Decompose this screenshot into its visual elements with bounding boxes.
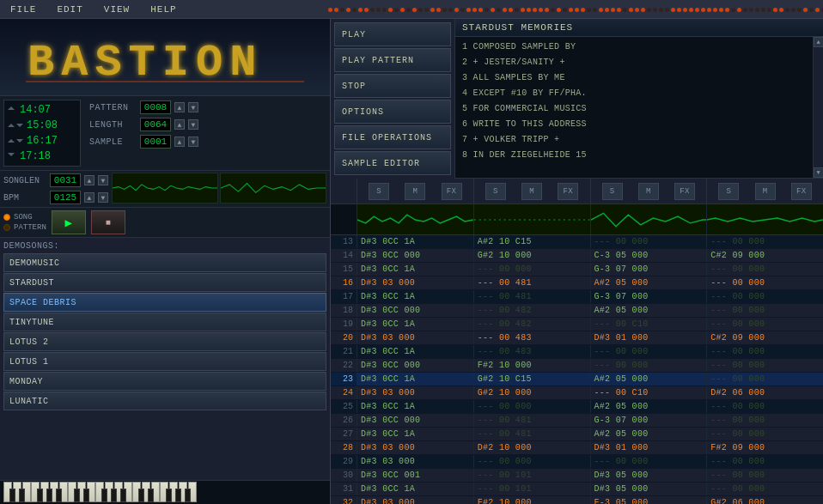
tracker-row[interactable]: 22D#3 0CC 000F#2 10 000--- 00 000--- 00 … — [331, 359, 823, 373]
ch1-s-btn[interactable]: S — [369, 183, 389, 200]
tracker-cell[interactable]: --- 00 481 — [473, 414, 590, 427]
tracker-cell[interactable]: --- 00 000 — [706, 263, 823, 276]
tracker-row[interactable]: 17D#3 0CC 1A--- 00 481G-3 07 000--- 00 0… — [331, 290, 823, 304]
tracker-cell[interactable]: --- 00 000 — [590, 359, 707, 372]
tracker-cell[interactable]: A#2 05 000 — [590, 400, 707, 413]
menu-edit[interactable]: EDIT — [53, 3, 86, 16]
song-item-lotus-1[interactable]: LOTUS 1 — [3, 352, 326, 371]
tracker-cell[interactable]: --- 00 000 — [473, 400, 590, 413]
pattern-up[interactable]: ▲ — [174, 102, 185, 112]
stop-button[interactable]: ■ — [91, 210, 125, 234]
tracker-row[interactable]: 20D#3 03 000--- 00 483D#3 01 000C#2 09 0… — [331, 331, 823, 345]
tracker-cell[interactable]: --- 00 482 — [473, 304, 590, 317]
tracker-cell[interactable]: D#3 0CC 001 — [357, 469, 473, 482]
main-btn-play-pattern[interactable]: PLAY PATTERN — [334, 48, 451, 72]
sample-down[interactable]: ▼ — [188, 137, 198, 147]
black-key-0-5[interactable] — [56, 489, 62, 502]
tracker-cell[interactable]: --- 00 000 — [706, 373, 823, 386]
play-button[interactable]: ▶ — [52, 210, 86, 234]
tracker-cell[interactable]: --- 00 C10 — [590, 318, 707, 331]
tracker-cell[interactable]: G#2 06 000 — [706, 496, 823, 504]
tracker-cell[interactable]: G-3 07 000 — [590, 263, 707, 276]
tracker-cell[interactable]: --- 00 101 — [473, 483, 590, 495]
tracker-cell[interactable]: D#3 0CC 000 — [357, 304, 473, 317]
ch4-m-btn[interactable]: M — [755, 183, 776, 200]
tracker-cell[interactable]: C#2 09 000 — [706, 249, 823, 262]
tracker-cell[interactable]: D#3 03 000 — [357, 441, 473, 454]
tracker-cell[interactable]: --- 00 482 — [473, 318, 590, 331]
black-key-2-5[interactable] — [185, 489, 191, 502]
tracker-cell[interactable]: --- 00 481 — [473, 276, 590, 289]
black-key-0-1[interactable] — [19, 489, 25, 502]
ch2-m-btn[interactable]: M — [521, 183, 542, 200]
main-btn-file-operations[interactable]: FILE OPERATIONS — [334, 125, 451, 149]
tracker-cell[interactable]: D#3 0CC 1A — [357, 483, 473, 495]
songlen-down[interactable]: ▼ — [98, 175, 108, 185]
song-item-monday[interactable]: MONDAY — [3, 372, 326, 391]
tracker-cell[interactable]: D#3 03 000 — [357, 331, 473, 344]
tracker-cell[interactable]: --- 00 483 — [473, 331, 590, 344]
black-key-1-3[interactable] — [101, 489, 107, 502]
tracker-cell[interactable]: --- 00 481 — [473, 428, 590, 440]
song-item-demomusic[interactable]: DEMOMUSIC — [3, 253, 326, 272]
time-arrows-3[interactable] — [8, 139, 23, 143]
black-key-1-0[interactable] — [74, 489, 80, 502]
tracker-cell[interactable]: --- 00 000 — [590, 345, 707, 358]
tracker-cell[interactable]: --- 00 000 — [706, 469, 823, 482]
tracker-row[interactable]: 25D#3 0CC 1A--- 00 000A#2 05 000--- 00 0… — [331, 400, 823, 414]
tracker-cell[interactable]: D#3 01 000 — [590, 441, 707, 454]
tracker-cell[interactable]: D#3 0CC 1A — [357, 318, 473, 331]
tracker-cell[interactable]: --- 00 000 — [590, 235, 707, 248]
tracker-cell[interactable]: A#2 05 000 — [590, 304, 707, 317]
tracker-row[interactable]: 32D#3 03 000F#2 10 000F-3 05 000G#2 06 0… — [331, 496, 823, 504]
black-key-2-1[interactable] — [148, 489, 154, 502]
tracker-cell[interactable]: --- 00 000 — [706, 428, 823, 440]
tracker-row[interactable]: 24D#3 03 000G#2 10 000--- 00 C10D#2 06 0… — [331, 386, 823, 400]
tracker-cell[interactable]: --- 00 000 — [473, 455, 590, 468]
tracker-cell[interactable]: D#3 0CC 000 — [357, 414, 473, 427]
black-key-2-0[interactable] — [138, 489, 144, 502]
ch3-m-btn[interactable]: M — [638, 183, 659, 200]
tracker-cell[interactable]: D#3 0CC 1A — [357, 290, 473, 303]
tracker-row[interactable]: 14D#3 0CC 000G#2 10 000C-3 05 000C#2 09 … — [331, 249, 823, 263]
time-scroll-down-4[interactable] — [8, 153, 15, 160]
menu-view[interactable]: VIEW — [101, 3, 133, 16]
menu-file[interactable]: FILE — [7, 3, 40, 16]
tracker-cell[interactable]: A#2 05 000 — [590, 428, 707, 440]
ch1-fx-btn[interactable]: FX — [442, 183, 462, 200]
tracker-cell[interactable]: --- 00 C10 — [590, 386, 707, 399]
tracker-cell[interactable]: --- 00 000 — [706, 455, 823, 468]
tracker-row[interactable]: 30D#3 0CC 001--- 00 101D#3 05 000--- 00 … — [331, 469, 823, 483]
tracker-cell[interactable]: F-3 05 000 — [590, 496, 707, 504]
tracker-row[interactable]: 29D#3 03 000--- 00 000--- 00 000--- 00 0… — [331, 455, 823, 469]
tracker-cell[interactable]: --- 00 000 — [473, 263, 590, 276]
tracker-cell[interactable]: G#2 10 C15 — [473, 373, 590, 386]
tracker-cell[interactable]: G#2 10 000 — [473, 386, 590, 399]
main-btn-sample-editor[interactable]: SAMPLE EDITOR — [334, 151, 451, 175]
tracker-cell[interactable]: D#3 0CC 1A — [357, 345, 473, 358]
bpm-down[interactable]: ▼ — [98, 192, 108, 203]
tracker-cell[interactable]: A#2 10 C15 — [473, 235, 590, 248]
tracker-cell[interactable]: A#2 05 000 — [590, 276, 707, 289]
info-scroll-up[interactable]: ▲ — [814, 37, 824, 47]
ch1-m-btn[interactable]: M — [405, 183, 425, 200]
tracker-cell[interactable]: --- 00 000 — [706, 318, 823, 331]
tracker-cell[interactable]: G-3 07 000 — [590, 290, 707, 303]
length-up[interactable]: ▲ — [174, 119, 185, 130]
tracker-row[interactable]: 28D#3 03 000D#2 10 000D#3 01 000F#2 09 0… — [331, 441, 823, 455]
song-item-space-debris[interactable]: SPACE DEBRIS — [3, 293, 326, 312]
tracker-cell[interactable]: D#3 03 000 — [357, 276, 473, 289]
tracker-cell[interactable]: D#2 06 000 — [706, 386, 823, 399]
bpm-up[interactable]: ▲ — [84, 192, 94, 203]
ch4-s-btn[interactable]: S — [718, 183, 739, 200]
tracker-cell[interactable]: F#2 10 000 — [473, 359, 590, 372]
tracker-cell[interactable]: D#3 01 000 — [590, 331, 707, 344]
black-key-2-3[interactable] — [166, 489, 172, 502]
tracker-cell[interactable]: A#2 05 000 — [590, 373, 707, 386]
tracker-cell[interactable]: --- 00 000 — [706, 483, 823, 495]
time-scroll-up-1[interactable] — [8, 106, 15, 113]
tracker-cell[interactable]: --- 00 000 — [706, 414, 823, 427]
tracker-cell[interactable]: --- 00 000 — [590, 455, 707, 468]
menu-help[interactable]: HELP — [147, 3, 180, 16]
black-key-0-3[interactable] — [37, 489, 43, 502]
